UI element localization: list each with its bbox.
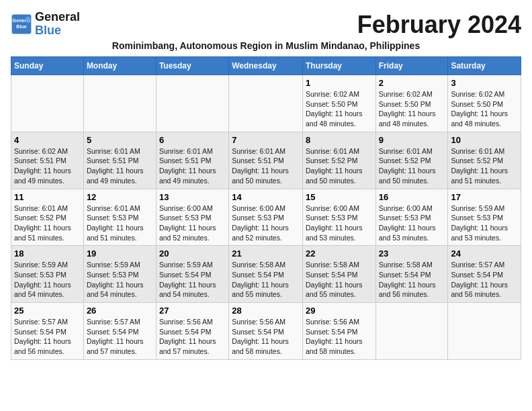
day-number: 7 xyxy=(232,135,300,145)
calendar-cell: 20Sunrise: 5:59 AMSunset: 5:54 PMDayligh… xyxy=(156,246,228,303)
day-info: Sunrise: 6:01 AMSunset: 5:53 PMDaylight:… xyxy=(87,203,153,243)
calendar-cell: 12Sunrise: 6:01 AMSunset: 5:53 PMDayligh… xyxy=(83,189,156,246)
day-info: Sunrise: 6:01 AMSunset: 5:52 PMDaylight:… xyxy=(14,203,81,243)
calendar-cell: 26Sunrise: 5:57 AMSunset: 5:54 PMDayligh… xyxy=(83,303,156,360)
column-header-sunday: Sunday xyxy=(11,57,84,75)
column-header-thursday: Thursday xyxy=(302,57,375,75)
column-header-saturday: Saturday xyxy=(448,57,521,75)
calendar-cell xyxy=(448,303,521,360)
day-number: 18 xyxy=(14,248,81,259)
day-info: Sunrise: 6:00 AMSunset: 5:53 PMDaylight:… xyxy=(159,203,226,243)
calendar-table: SundayMondayTuesdayWednesdayThursdayFrid… xyxy=(11,56,521,360)
day-info: Sunrise: 5:56 AMSunset: 5:54 PMDaylight:… xyxy=(159,317,226,357)
day-info: Sunrise: 6:00 AMSunset: 5:53 PMDaylight:… xyxy=(306,203,373,243)
column-header-monday: Monday xyxy=(83,57,156,75)
day-info: Sunrise: 6:01 AMSunset: 5:52 PMDaylight:… xyxy=(306,146,373,186)
day-info: Sunrise: 6:01 AMSunset: 5:52 PMDaylight:… xyxy=(379,146,445,186)
day-info: Sunrise: 5:57 AMSunset: 5:54 PMDaylight:… xyxy=(14,317,81,357)
calendar-cell: 22Sunrise: 5:58 AMSunset: 5:54 PMDayligh… xyxy=(302,246,375,303)
calendar-cell: 10Sunrise: 6:01 AMSunset: 5:52 PMDayligh… xyxy=(448,132,521,189)
logo: General Blue General Blue xyxy=(11,11,80,38)
day-info: Sunrise: 5:58 AMSunset: 5:54 PMDaylight:… xyxy=(379,260,445,300)
day-info: Sunrise: 5:59 AMSunset: 5:54 PMDaylight:… xyxy=(159,260,226,300)
day-number: 10 xyxy=(451,135,518,145)
calendar-week-row: 18Sunrise: 5:59 AMSunset: 5:53 PMDayligh… xyxy=(11,246,521,303)
calendar-cell: 18Sunrise: 5:59 AMSunset: 5:53 PMDayligh… xyxy=(11,246,84,303)
day-info: Sunrise: 5:56 AMSunset: 5:54 PMDaylight:… xyxy=(232,317,300,357)
calendar-cell xyxy=(156,75,228,132)
day-info: Sunrise: 6:01 AMSunset: 5:51 PMDaylight:… xyxy=(159,146,226,186)
day-number: 27 xyxy=(159,306,226,316)
day-info: Sunrise: 6:00 AMSunset: 5:53 PMDaylight:… xyxy=(379,203,445,243)
day-info: Sunrise: 6:02 AMSunset: 5:51 PMDaylight:… xyxy=(14,146,81,186)
column-header-tuesday: Tuesday xyxy=(156,57,228,75)
day-number: 28 xyxy=(232,306,300,316)
day-number: 21 xyxy=(232,248,300,259)
day-info: Sunrise: 6:01 AMSunset: 5:51 PMDaylight:… xyxy=(232,146,300,186)
calendar-cell: 5Sunrise: 6:01 AMSunset: 5:51 PMDaylight… xyxy=(83,132,156,189)
calendar-cell: 13Sunrise: 6:00 AMSunset: 5:53 PMDayligh… xyxy=(156,189,228,246)
day-number: 23 xyxy=(379,248,445,259)
day-info: Sunrise: 6:02 AMSunset: 5:50 PMDaylight:… xyxy=(306,89,373,129)
calendar-cell: 7Sunrise: 6:01 AMSunset: 5:51 PMDaylight… xyxy=(229,132,303,189)
day-info: Sunrise: 5:59 AMSunset: 5:53 PMDaylight:… xyxy=(451,203,518,243)
calendar-title: February 2024 xyxy=(357,11,521,39)
day-number: 20 xyxy=(159,248,226,259)
logo-icon: General Blue xyxy=(11,13,32,35)
day-number: 19 xyxy=(87,248,153,259)
day-info: Sunrise: 6:01 AMSunset: 5:52 PMDaylight:… xyxy=(451,146,518,186)
day-number: 13 xyxy=(159,192,226,202)
calendar-cell: 29Sunrise: 5:56 AMSunset: 5:54 PMDayligh… xyxy=(302,303,375,360)
day-number: 5 xyxy=(87,135,153,145)
day-info: Sunrise: 5:59 AMSunset: 5:53 PMDaylight:… xyxy=(14,260,81,300)
day-info: Sunrise: 5:57 AMSunset: 5:54 PMDaylight:… xyxy=(451,260,518,300)
calendar-cell: 23Sunrise: 5:58 AMSunset: 5:54 PMDayligh… xyxy=(375,246,448,303)
calendar-cell: 27Sunrise: 5:56 AMSunset: 5:54 PMDayligh… xyxy=(156,303,228,360)
day-number: 4 xyxy=(14,135,81,145)
day-info: Sunrise: 6:01 AMSunset: 5:51 PMDaylight:… xyxy=(87,146,153,186)
day-number: 22 xyxy=(306,248,373,259)
calendar-cell: 4Sunrise: 6:02 AMSunset: 5:51 PMDaylight… xyxy=(11,132,84,189)
location-subtitle: Rominimbang, Autonomous Region in Muslim… xyxy=(11,40,521,51)
day-info: Sunrise: 5:56 AMSunset: 5:54 PMDaylight:… xyxy=(306,317,373,357)
calendar-cell: 16Sunrise: 6:00 AMSunset: 5:53 PMDayligh… xyxy=(375,189,448,246)
calendar-week-row: 11Sunrise: 6:01 AMSunset: 5:52 PMDayligh… xyxy=(11,189,521,246)
calendar-week-row: 1Sunrise: 6:02 AMSunset: 5:50 PMDaylight… xyxy=(11,75,521,132)
day-info: Sunrise: 6:00 AMSunset: 5:53 PMDaylight:… xyxy=(232,203,300,243)
calendar-cell: 8Sunrise: 6:01 AMSunset: 5:52 PMDaylight… xyxy=(302,132,375,189)
day-number: 11 xyxy=(14,192,81,202)
calendar-cell: 11Sunrise: 6:01 AMSunset: 5:52 PMDayligh… xyxy=(11,189,84,246)
day-number: 16 xyxy=(379,192,445,202)
day-number: 6 xyxy=(159,135,226,145)
day-number: 17 xyxy=(451,192,518,202)
day-number: 8 xyxy=(306,135,373,145)
day-number: 14 xyxy=(232,192,300,202)
calendar-cell: 6Sunrise: 6:01 AMSunset: 5:51 PMDaylight… xyxy=(156,132,228,189)
logo-text: General Blue xyxy=(35,11,80,38)
day-info: Sunrise: 5:59 AMSunset: 5:53 PMDaylight:… xyxy=(87,260,153,300)
calendar-week-row: 4Sunrise: 6:02 AMSunset: 5:51 PMDaylight… xyxy=(11,132,521,189)
calendar-cell xyxy=(11,75,84,132)
calendar-cell: 2Sunrise: 6:02 AMSunset: 5:50 PMDaylight… xyxy=(375,75,448,132)
day-number: 15 xyxy=(306,192,373,202)
day-number: 24 xyxy=(451,248,518,259)
column-header-wednesday: Wednesday xyxy=(229,57,303,75)
day-info: Sunrise: 5:58 AMSunset: 5:54 PMDaylight:… xyxy=(232,260,300,300)
calendar-cell: 1Sunrise: 6:02 AMSunset: 5:50 PMDaylight… xyxy=(302,75,375,132)
calendar-week-row: 25Sunrise: 5:57 AMSunset: 5:54 PMDayligh… xyxy=(11,303,521,360)
day-info: Sunrise: 6:02 AMSunset: 5:50 PMDaylight:… xyxy=(451,89,518,129)
month-year-title: February 2024 xyxy=(357,11,521,39)
column-header-friday: Friday xyxy=(375,57,448,75)
calendar-cell: 14Sunrise: 6:00 AMSunset: 5:53 PMDayligh… xyxy=(229,189,303,246)
svg-text:Blue: Blue xyxy=(16,23,27,29)
day-number: 26 xyxy=(87,306,153,316)
calendar-header-row: SundayMondayTuesdayWednesdayThursdayFrid… xyxy=(11,57,521,75)
day-number: 25 xyxy=(14,306,81,316)
calendar-cell: 25Sunrise: 5:57 AMSunset: 5:54 PMDayligh… xyxy=(11,303,84,360)
calendar-cell xyxy=(375,303,448,360)
day-number: 12 xyxy=(87,192,153,202)
day-info: Sunrise: 5:58 AMSunset: 5:54 PMDaylight:… xyxy=(306,260,373,300)
calendar-cell xyxy=(229,75,303,132)
day-number: 9 xyxy=(379,135,445,145)
calendar-cell: 17Sunrise: 5:59 AMSunset: 5:53 PMDayligh… xyxy=(448,189,521,246)
